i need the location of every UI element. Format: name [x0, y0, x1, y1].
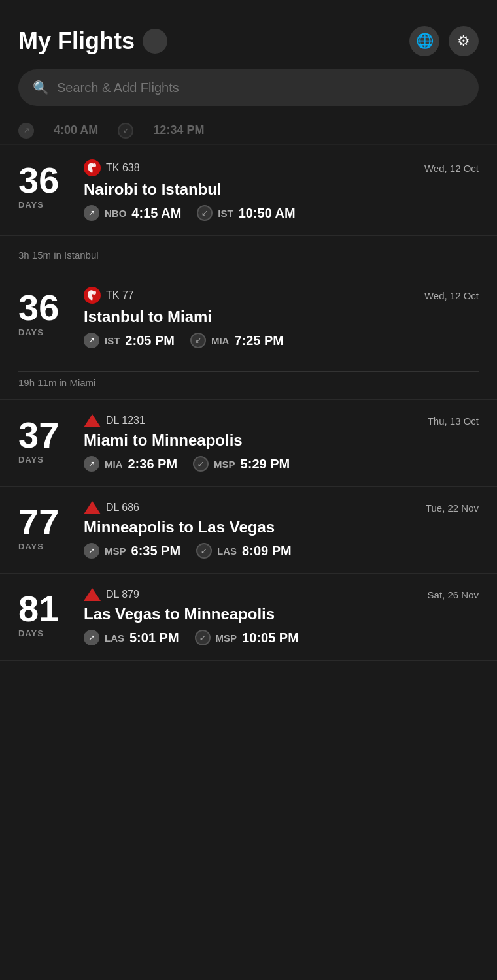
depart-time-item: ↗ LAS 5:01 PM — [84, 630, 179, 645]
flight-info: TK 77 Wed, 12 Oct Istanbul to Miami ↗ IS… — [84, 287, 479, 348]
depart-time: 2:36 PM — [128, 457, 178, 472]
header-right: 🌐 ⚙ — [409, 26, 479, 56]
flight-meta: DL 879 Sat, 26 Nov — [84, 588, 479, 601]
flight-info: DL 1231 Thu, 13 Oct Miami to Minneapolis… — [84, 414, 479, 472]
flight-info: DL 686 Tue, 22 Nov Minneapolis to Las Ve… — [84, 501, 479, 559]
depart-time: 2:05 PM — [125, 333, 175, 348]
days-number: 81 — [18, 591, 59, 627]
days-label: DAYS — [18, 200, 44, 210]
depart-icon: ↗ — [84, 630, 99, 645]
flights-list: 36 DAYS TK 638 Wed, 12 Oct Nairobi to Is… — [0, 145, 497, 661]
svg-point-1 — [92, 163, 96, 167]
arrive-code: MSP — [216, 632, 237, 644]
flight-route: Miami to Minneapolis — [84, 431, 479, 449]
depart-time: 5:01 PM — [129, 630, 179, 645]
flight-info: TK 638 Wed, 12 Oct Nairobi to Istanbul ↗… — [84, 159, 479, 221]
flight-card[interactable]: 36 DAYS TK 638 Wed, 12 Oct Nairobi to Is… — [0, 145, 497, 236]
flight-times: ↗ MSP 6:35 PM ↙ LAS 8:09 PM — [84, 543, 479, 559]
flight-number: DL 1231 — [106, 415, 145, 427]
layover-divider — [18, 244, 479, 244]
arrive-code: MIA — [211, 335, 230, 346]
days-label: DAYS — [18, 629, 44, 638]
arrive-time-item: ↙ LAS 8:09 PM — [196, 543, 292, 559]
flight-times: ↗ LAS 5:01 PM ↙ MSP 10:05 PM — [84, 630, 479, 645]
page-title: My Flights — [18, 27, 135, 55]
turkish-airlines-icon — [84, 159, 101, 176]
airline-badge: DL 686 — [84, 501, 139, 514]
depart-icon: ↗ — [84, 543, 99, 559]
dropdown-button[interactable] — [143, 29, 167, 54]
arrive-time: 8:09 PM — [242, 544, 292, 559]
flight-times: ↗ IST 2:05 PM ↙ MIA 7:25 PM — [84, 333, 479, 348]
flight-days: 37 DAYS — [18, 414, 71, 472]
depart-time-item: ↗ NBO 4:15 AM — [84, 205, 181, 221]
arrive-time-item: ↙ MIA 7:25 PM — [190, 333, 284, 348]
airline-badge: DL 1231 — [84, 414, 145, 427]
arrive-icon: ↙ — [196, 543, 212, 559]
depart-icon: ↗ — [84, 456, 99, 472]
flight-days: 36 DAYS — [18, 287, 71, 348]
depart-code: MIA — [105, 459, 123, 470]
layover-bar: 3h 15m in Istanbul — [0, 236, 497, 272]
arrive-icon: ↙ — [193, 456, 209, 472]
depart-icon: ↗ — [84, 333, 99, 348]
arrive-time: 10:50 AM — [239, 206, 296, 221]
settings-button[interactable]: ⚙ — [449, 26, 479, 56]
days-label: DAYS — [18, 455, 44, 465]
days-number: 36 — [18, 289, 59, 326]
airline-badge: TK 77 — [84, 287, 134, 304]
flight-meta: TK 77 Wed, 12 Oct — [84, 287, 479, 304]
flight-route: Minneapolis to Las Vegas — [84, 518, 479, 536]
arrive-code: LAS — [217, 546, 237, 557]
arrive-time: 7:25 PM — [234, 333, 284, 348]
depart-time: 4:15 AM — [131, 206, 181, 221]
depart-time-item: ↗ MIA 2:36 PM — [84, 456, 177, 472]
flight-route: Nairobi to Istanbul — [84, 180, 479, 199]
settings-icon: ⚙ — [457, 33, 470, 50]
header: My Flights 🌐 ⚙ — [0, 0, 497, 69]
flight-card[interactable]: 37 DAYS DL 1231 Thu, 13 Oct Miami to Min… — [0, 400, 497, 487]
flight-date: Tue, 22 Nov — [426, 502, 479, 514]
layover-bar: 19h 11m in Miami — [0, 363, 497, 400]
partial-arrive-icon: ↙ — [118, 123, 133, 139]
arrive-time-item: ↙ MSP 10:05 PM — [195, 630, 299, 645]
search-icon: 🔍 — [33, 80, 49, 95]
days-number: 36 — [18, 162, 59, 199]
flight-meta: DL 1231 Thu, 13 Oct — [84, 414, 479, 427]
arrive-time: 10:05 PM — [242, 630, 299, 645]
svg-marker-4 — [84, 414, 101, 427]
flight-card[interactable]: 81 DAYS DL 879 Sat, 26 Nov Las Vegas to … — [0, 574, 497, 661]
depart-code: MSP — [105, 546, 126, 557]
globe-icon: 🌐 — [416, 33, 434, 50]
search-bar[interactable]: 🔍 — [18, 69, 479, 106]
airline-badge: TK 638 — [84, 159, 140, 176]
svg-marker-5 — [84, 501, 101, 514]
svg-marker-6 — [84, 588, 101, 601]
flight-card[interactable]: 77 DAYS DL 686 Tue, 22 Nov Minneapolis t… — [0, 487, 497, 574]
flight-days: 77 DAYS — [18, 501, 71, 559]
flight-date: Wed, 12 Oct — [424, 290, 479, 301]
arrive-time: 5:29 PM — [241, 457, 290, 472]
arrive-icon: ↙ — [190, 333, 206, 348]
globe-button[interactable]: 🌐 — [409, 26, 439, 56]
arrive-icon: ↙ — [195, 630, 211, 645]
search-input[interactable] — [57, 80, 464, 95]
flight-times: ↗ NBO 4:15 AM ↙ IST 10:50 AM — [84, 205, 479, 221]
flight-number: DL 686 — [106, 502, 139, 514]
partial-depart-icon: ↗ — [18, 123, 34, 139]
depart-code: LAS — [105, 632, 124, 644]
svg-point-2 — [84, 287, 101, 304]
depart-time: 6:35 PM — [131, 544, 181, 559]
arrive-time-item: ↙ IST 10:50 AM — [197, 205, 295, 221]
depart-icon: ↗ — [84, 205, 99, 221]
partial-flight-card[interactable]: ↗ 4:00 AM ↙ 12:34 PM — [0, 116, 497, 145]
svg-point-3 — [92, 291, 96, 295]
layover-text: 3h 15m in Istanbul — [18, 250, 99, 261]
depart-time-item: ↗ MSP 6:35 PM — [84, 543, 180, 559]
days-label: DAYS — [18, 542, 44, 551]
flight-route: Las Vegas to Minneapolis — [84, 605, 479, 623]
flight-info: DL 879 Sat, 26 Nov Las Vegas to Minneapo… — [84, 588, 479, 645]
flight-card[interactable]: 36 DAYS TK 77 Wed, 12 Oct Istanbul to Mi… — [0, 272, 497, 363]
delta-airlines-icon — [84, 501, 101, 514]
layover-divider — [18, 371, 479, 372]
